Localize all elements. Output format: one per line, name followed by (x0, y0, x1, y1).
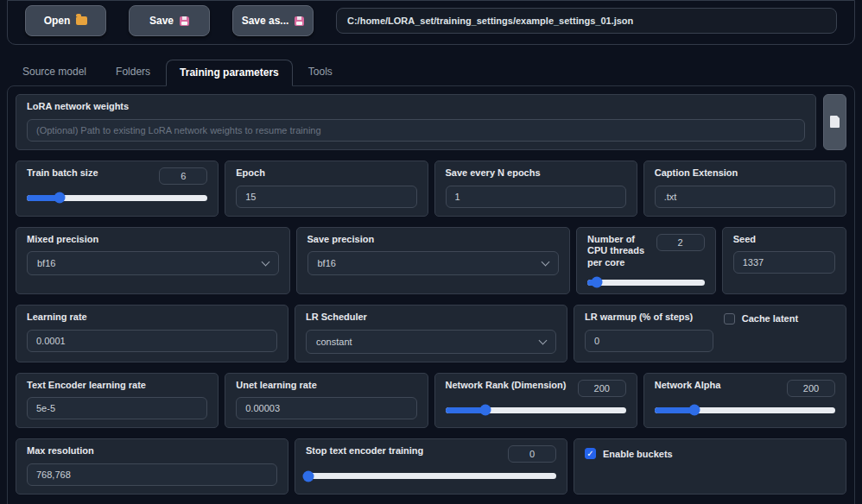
tab-folders[interactable]: Folders (102, 59, 164, 85)
slider-thumb[interactable] (688, 405, 700, 416)
network-rank-slider[interactable] (446, 407, 626, 413)
unet-lr-input[interactable] (236, 397, 416, 419)
chevron-down-icon (542, 258, 550, 267)
seed-label: Seed (733, 234, 835, 246)
caption-extension-field: Caption Extension (643, 161, 846, 217)
save-precision-value: bf16 (318, 258, 336, 268)
save-every-n-epochs-field: Save every N epochs (434, 161, 637, 217)
row-resolution: Max resolution Stop text encoder trainin… (16, 438, 846, 495)
lr-warmup-input[interactable] (585, 330, 713, 352)
open-button-label: Open (44, 15, 71, 27)
save-button[interactable]: Save (129, 5, 210, 36)
row-network: Text Encoder learning rate Unet learning… (16, 373, 846, 429)
seed-input[interactable] (733, 251, 835, 274)
save-every-n-epochs-label: Save every N epochs (446, 167, 626, 180)
tab-training-parameters[interactable]: Training parameters (166, 60, 293, 86)
network-alpha-value-input[interactable] (787, 380, 835, 397)
network-alpha-slider[interactable] (655, 407, 835, 413)
slider-thumb[interactable] (302, 470, 314, 482)
cpu-threads-slider[interactable] (587, 280, 705, 286)
lora-network-weights-label: LoRA network weights (27, 101, 805, 113)
enable-buckets-container: Enable buckets (574, 438, 846, 495)
save-precision-dropdown[interactable]: bf16 (307, 251, 560, 275)
stop-text-encoder-training-value-input[interactable] (508, 445, 556, 463)
train-batch-size-value-input[interactable] (159, 167, 207, 185)
save-button-label: Save (149, 15, 174, 27)
network-alpha-label: Network Alpha (655, 380, 721, 392)
lr-scheduler-label: LR Scheduler (306, 312, 556, 324)
epoch-input[interactable] (236, 186, 416, 208)
config-path-input[interactable] (336, 8, 837, 34)
lr-scheduler-value: constant (316, 337, 352, 347)
lr-warmup-label: LR warmup (% of steps) (585, 312, 713, 324)
cpu-threads-label: Number of CPU threads per core (587, 234, 650, 269)
save-precision-label: Save precision (307, 234, 560, 246)
enable-buckets-checkbox[interactable]: Enable buckets (585, 448, 835, 459)
train-batch-size-field: Train batch size (16, 161, 219, 217)
row-precision-seed: Mixed precision bf16 Save precision bf16… (16, 227, 846, 294)
stop-text-encoder-training-label: Stop text encoder training (306, 445, 423, 457)
chevron-down-icon (539, 336, 548, 344)
chevron-down-icon (261, 258, 269, 267)
document-icon (830, 116, 840, 128)
lr-warmup-group: LR warmup (% of steps) Cache latent (574, 305, 846, 362)
network-alpha-field: Network Alpha (643, 373, 846, 429)
enable-buckets-label: Enable buckets (603, 449, 673, 459)
max-resolution-label: Max resolution (27, 445, 277, 457)
floppy-icon (295, 16, 304, 26)
text-encoder-lr-input[interactable] (27, 397, 207, 419)
learning-rate-field: Learning rate (16, 305, 288, 362)
file-browse-button[interactable] (823, 94, 846, 150)
network-rank-label: Network Rank (Dimension) (446, 380, 567, 392)
mixed-precision-label: Mixed precision (27, 234, 279, 246)
save-every-n-epochs-input[interactable] (446, 186, 626, 208)
floppy-icon (180, 16, 189, 26)
tab-tools[interactable]: Tools (295, 59, 346, 85)
stop-text-encoder-training-field: Stop text encoder training (295, 438, 567, 495)
save-as-button-label: Save as... (242, 15, 289, 27)
mixed-precision-value: bf16 (37, 258, 55, 268)
unet-lr-label: Unet learning rate (236, 380, 416, 392)
save-as-button[interactable]: Save as... (232, 5, 314, 36)
slider-thumb[interactable] (54, 192, 65, 204)
row-batch-epoch: Train batch size Epoch Save every N epoc… (16, 161, 846, 217)
learning-rate-input[interactable] (27, 330, 277, 352)
caption-extension-input[interactable] (655, 186, 835, 208)
train-batch-size-label: Train batch size (27, 167, 98, 180)
lora-network-weights-input[interactable] (27, 119, 805, 142)
lr-warmup-field: LR warmup (% of steps) (585, 312, 713, 354)
tab-source-model[interactable]: Source model (9, 59, 100, 85)
network-rank-value-input[interactable] (578, 380, 626, 397)
caption-extension-label: Caption Extension (655, 167, 835, 180)
max-resolution-field: Max resolution (16, 438, 288, 495)
max-resolution-input[interactable] (27, 463, 277, 486)
stop-text-encoder-training-slider[interactable] (306, 473, 556, 479)
open-button[interactable]: Open (25, 5, 106, 36)
text-encoder-lr-label: Text Encoder learning rate (27, 380, 207, 392)
network-rank-field: Network Rank (Dimension) (434, 373, 637, 429)
cpu-threads-value-input[interactable] (656, 234, 705, 251)
seed-field: Seed (722, 227, 846, 294)
training-parameters-panel: LoRA network weights Train batch size Ep… (7, 85, 855, 504)
lr-scheduler-field: LR Scheduler constant (295, 305, 567, 362)
unet-lr-field: Unet learning rate (225, 373, 428, 429)
mixed-precision-field: Mixed precision bf16 (16, 227, 290, 294)
config-toolbar: Open Save Save as... (7, 0, 855, 45)
epoch-field: Epoch (225, 161, 428, 217)
slider-thumb[interactable] (591, 277, 602, 288)
slider-thumb[interactable] (479, 405, 491, 416)
mixed-precision-dropdown[interactable]: bf16 (27, 251, 279, 275)
epoch-label: Epoch (236, 167, 416, 180)
lora-network-weights-section: LoRA network weights (16, 94, 846, 150)
cache-latent-checkbox[interactable]: Cache latent (724, 313, 835, 324)
checkbox-check-icon (585, 448, 596, 459)
learning-rate-label: Learning rate (27, 312, 277, 324)
lr-scheduler-dropdown[interactable]: constant (306, 330, 556, 354)
save-precision-field: Save precision bf16 (296, 227, 571, 294)
train-batch-size-slider[interactable] (27, 195, 207, 201)
folder-icon (76, 16, 87, 25)
cache-latent-container: Cache latent (724, 312, 835, 354)
lora-network-weights-field: LoRA network weights (16, 94, 816, 150)
cpu-threads-field: Number of CPU threads per core (576, 227, 716, 294)
cache-latent-label: Cache latent (742, 313, 798, 324)
